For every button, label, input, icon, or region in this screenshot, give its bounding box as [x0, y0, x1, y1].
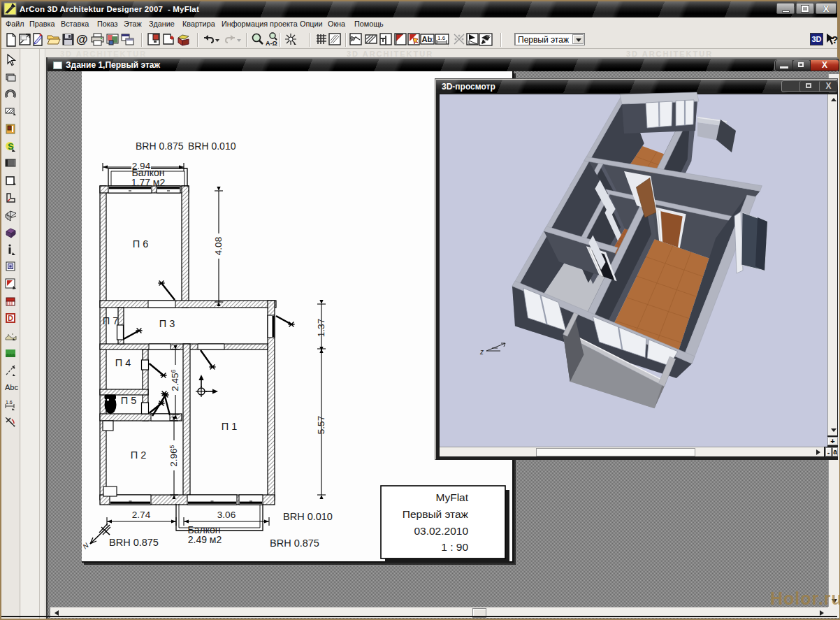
svg-text:BRH 0.875: BRH 0.875	[270, 538, 319, 549]
svg-text:MyFlat: MyFlat	[436, 491, 469, 503]
svg-text:N: N	[81, 541, 90, 551]
svg-text:Первый этаж: Первый этаж	[403, 508, 469, 520]
svg-text:2.74: 2.74	[132, 510, 151, 520]
svg-text:2.49 м2: 2.49 м2	[188, 534, 222, 545]
svg-text:@: @	[76, 33, 88, 46]
svg-text:BRH 0.010: BRH 0.010	[283, 511, 333, 522]
svg-text:П 3: П 3	[159, 318, 175, 329]
svg-text:П 4: П 4	[115, 357, 131, 368]
svg-text:?: ?	[832, 34, 838, 45]
svg-text:П 5: П 5	[121, 395, 137, 406]
svg-text:1.6: 1.6	[437, 35, 446, 41]
svg-text:c: c	[430, 35, 434, 43]
svg-text:1.37: 1.37	[316, 319, 326, 337]
svg-text:П 6: П 6	[133, 238, 149, 250]
svg-text:П 7: П 7	[103, 315, 119, 326]
svg-text:BRH 0.875: BRH 0.875	[109, 537, 159, 548]
svg-text:1 : 90: 1 : 90	[441, 541, 468, 553]
svg-text:3.06: 3.06	[217, 510, 236, 520]
svg-text:5.57: 5.57	[316, 416, 326, 434]
svg-text:BRH 0.875: BRH 0.875	[136, 140, 184, 152]
svg-text:BRH 0.010: BRH 0.010	[188, 140, 236, 152]
svg-text:1.77 м2: 1.77 м2	[131, 177, 166, 188]
svg-text:4.08: 4.08	[213, 237, 224, 255]
svg-text:Abc: Abc	[5, 383, 18, 391]
svg-text:П 1: П 1	[222, 421, 238, 432]
svg-text:A-Ω: A-Ω	[266, 40, 277, 47]
svg-text:П 2: П 2	[131, 449, 147, 461]
svg-text:D: D	[8, 314, 13, 322]
svg-text:03.02.2010: 03.02.2010	[414, 525, 468, 537]
svg-text:z: z	[479, 348, 484, 356]
svg-text:1.6: 1.6	[6, 400, 13, 405]
